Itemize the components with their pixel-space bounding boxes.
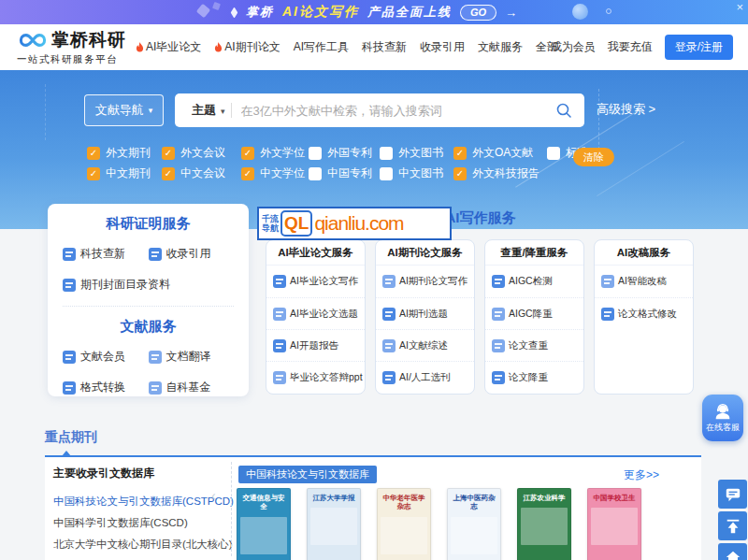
journal-cover[interactable]: 江苏农业科学 (517, 488, 571, 560)
go-button[interactable]: GO (460, 5, 496, 21)
service-item[interactable]: 格式转换 (63, 380, 149, 395)
service-item[interactable]: AI毕业论文选题 (266, 297, 365, 329)
service-item[interactable]: 论文查重 (485, 329, 583, 361)
checkbox-checked-icon[interactable]: ✓ (453, 167, 467, 180)
banner-close-icon[interactable]: × (736, 0, 743, 15)
back-to-top-button[interactable] (718, 511, 747, 540)
service-item[interactable]: AI智能改稿 (595, 266, 693, 297)
database-item-selected[interactable]: 中国科技论文与引文数据库(CSTPCD) (53, 491, 227, 512)
nav-item-novelty-check[interactable]: 科技查新 (362, 39, 407, 55)
service-item[interactable]: AI期刊论文写作 (376, 266, 474, 297)
service-label: AI毕业论文选题 (290, 308, 358, 321)
nav-item-literature[interactable]: 文献服务 (478, 39, 523, 55)
checkbox-checked-icon[interactable]: ✓ (162, 147, 175, 160)
checkbox-unchecked-icon[interactable] (309, 167, 322, 180)
checkbox-unchecked-icon[interactable] (547, 147, 560, 160)
journal-cover[interactable]: 交通信息与安全 (237, 488, 291, 560)
become-member-link[interactable]: 成为会员 (551, 39, 596, 55)
online-service-button[interactable]: 在线客服 (702, 395, 743, 441)
literature-nav-button[interactable]: 文献导航 ▾ (84, 94, 164, 126)
database-item[interactable]: 中文社会科学引文索引(CSSCI) (53, 555, 227, 560)
aigc-detect-icon (492, 275, 505, 288)
nav-label: AI写作工具 (294, 39, 349, 55)
filter-label: 外国专利 (327, 145, 372, 161)
service-item[interactable]: AIGC检测 (485, 266, 583, 297)
filter-item[interactable]: ✓中文学位 (241, 165, 309, 181)
filter-item[interactable]: ✓外文会议 (162, 145, 241, 161)
logo[interactable]: 掌桥科研 一站式科研服务平台 (17, 28, 126, 66)
journal-cover[interactable]: 中国学校卫生 (587, 488, 641, 560)
database-item[interactable]: 中国科学引文数据库(CSCD) (53, 512, 227, 534)
service-item[interactable]: 文档翻译 (149, 349, 235, 365)
checkbox-unchecked-icon[interactable] (309, 147, 322, 160)
service-item[interactable]: 自科基金 (149, 380, 235, 395)
checkbox-checked-icon[interactable]: ✓ (87, 167, 100, 180)
cover-art (451, 517, 497, 554)
filter-item[interactable]: ✓外文科技报告 (453, 165, 547, 181)
clear-filters-button[interactable]: 清除 (573, 148, 614, 166)
journal-cover[interactable]: 上海中医药杂志 (447, 488, 501, 560)
service-label: AI毕业论文写作 (290, 275, 358, 288)
filter-item[interactable]: 中国专利 (309, 165, 380, 181)
checkbox-unchecked-icon[interactable] (380, 167, 393, 180)
service-item[interactable]: 论文格式修改 (595, 297, 693, 329)
nav-item-ai-thesis[interactable]: AI毕业论文 (136, 39, 201, 55)
service-item[interactable]: 文献会员 (63, 349, 149, 365)
site-subtitle: 一站式科研服务平台 (17, 53, 126, 66)
service-item[interactable]: AI期刊选题 (376, 297, 474, 329)
filter-label: 中文期刊 (106, 165, 151, 181)
checkbox-checked-icon[interactable]: ✓ (453, 147, 467, 160)
fund-icon (149, 381, 162, 395)
citation-icon (149, 248, 162, 261)
filter-item[interactable]: ✓外文OA文献 (453, 145, 547, 161)
journal-cover[interactable]: 中华老年医学杂志 (377, 488, 431, 560)
key-journals-card: 主要收录引文数据库 中国科技论文与引文数据库(CSTPCD) 中国科学引文数据库… (45, 455, 701, 560)
feedback-chat-button[interactable] (718, 480, 747, 509)
service-item[interactable]: AI开题报告 (266, 329, 365, 361)
filter-item[interactable]: 外文图书 (380, 145, 453, 161)
service-item[interactable]: AI毕业论文写作 (266, 266, 365, 297)
filter-item[interactable]: ✓中文期刊 (87, 165, 162, 181)
service-item[interactable]: AI文献综述 (376, 329, 474, 361)
service-item[interactable]: 期刊封面目录资料 (63, 277, 234, 293)
chevron-down-icon: ▾ (221, 107, 225, 116)
home-button[interactable] (718, 543, 747, 560)
journal-cover[interactable]: 江苏大学学报 (307, 488, 361, 560)
service-item[interactable]: 科技查新 (63, 246, 149, 262)
research-services-card: 科研证明服务 科技查新 收录引用 期刊封面目录资料 文献服务 文献会员 文档翻译… (48, 204, 249, 396)
service-item[interactable]: AI/人工选刊 (376, 361, 474, 393)
service-item[interactable]: AIGC降重 (485, 297, 583, 329)
filter-item[interactable]: ✓外文期刊 (87, 145, 162, 161)
more-link[interactable]: 更多>> (624, 467, 659, 483)
service-item[interactable]: 论文降重 (485, 361, 583, 393)
filter-item[interactable]: 外国专利 (309, 145, 380, 161)
search-icon[interactable] (554, 101, 573, 120)
online-service-label: 在线客服 (706, 422, 740, 434)
filter-item[interactable]: ✓中文会议 (162, 165, 241, 181)
journal-select-icon (382, 371, 396, 384)
service-label: AIGC检测 (509, 275, 553, 288)
promo-banner[interactable]: 掌桥 AI论文写作 产品全面上线 GO → × (0, 0, 748, 24)
checkbox-checked-icon[interactable]: ✓ (241, 147, 254, 160)
proposal-icon (273, 339, 286, 352)
login-register-button[interactable]: 登录/注册 (665, 35, 733, 60)
advanced-search-link[interactable]: 高级搜索 > (597, 101, 655, 118)
database-item[interactable]: 北京大学中文核心期刊目录(北大核心) (53, 534, 227, 555)
nav-item-ai-journal[interactable]: AI期刊论文 (214, 39, 280, 55)
field-selector[interactable]: 主题 (192, 102, 216, 119)
nav-item-citation[interactable]: 收录引用 (420, 39, 465, 55)
nav-item-ai-tools[interactable]: AI写作工具 (294, 39, 349, 55)
service-item[interactable]: 收录引用 (149, 246, 235, 262)
site-title: 掌桥科研 (51, 28, 126, 52)
service-label: AI/人工选刊 (399, 371, 451, 384)
checkbox-checked-icon[interactable]: ✓ (241, 167, 254, 180)
checkbox-checked-icon[interactable]: ✓ (162, 167, 175, 180)
checkbox-unchecked-icon[interactable] (380, 147, 393, 160)
filter-item[interactable]: ✓外文学位 (241, 145, 309, 161)
filter-item[interactable]: 中文图书 (380, 165, 453, 181)
service-item[interactable]: 毕业论文答辩ppt (266, 361, 365, 393)
recharge-link[interactable]: 我要充值 (608, 39, 653, 55)
cover-art (240, 517, 287, 554)
search-input[interactable] (241, 104, 554, 118)
checkbox-checked-icon[interactable]: ✓ (87, 147, 100, 160)
